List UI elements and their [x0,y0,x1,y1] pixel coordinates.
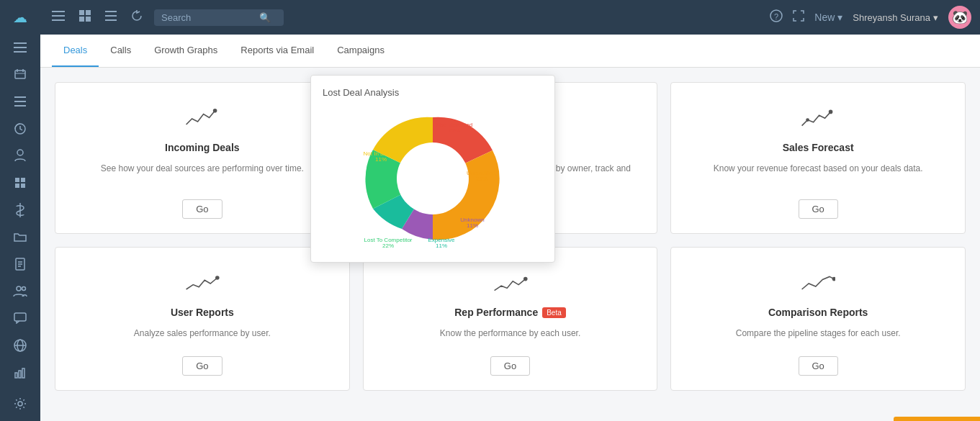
svg-rect-7 [14,96,26,98]
svg-rect-0 [14,42,27,44]
tab-reports-email[interactable]: Reports via Email [229,35,325,67]
nav-menu-icon[interactable] [49,8,68,27]
help-icon[interactable]: ? [770,9,783,25]
main-panel: 🔍 ? New ▾ Shreyansh Surana ▾ 🐼 Deals [40,0,980,421]
svg-rect-14 [15,184,19,188]
search-bar[interactable]: 🔍 [154,9,284,26]
sales-forecast-icon [801,104,835,133]
history-icon[interactable] [7,117,33,140]
incoming-deals-icon [185,104,220,133]
chart-icon[interactable] [7,361,33,384]
cards-row-2: User Reports Analyze sales performance b… [55,247,966,391]
document-icon[interactable] [7,253,33,276]
user-icon[interactable] [7,144,33,167]
user-reports-desc: Analyze sales performance by user. [134,327,271,345]
comparison-reports-card: Comparison Reports Compare the pipeline … [670,247,966,391]
tab-growth-graphs[interactable]: Growth Graphs [143,35,229,67]
search-icon: 🔍 [259,12,271,23]
donut-popup: Lost Deal Analysis [310,75,555,263]
comparison-reports-go-btn[interactable]: Go [799,356,838,376]
search-input[interactable] [161,12,255,23]
svg-rect-13 [21,178,25,182]
chat-icon[interactable] [7,307,33,330]
svg-rect-31 [52,11,65,12]
svg-rect-36 [79,17,84,22]
tab-calls[interactable]: Calls [99,35,143,67]
label-not-interested-pct: 22% [449,127,460,134]
donut-hole [397,142,469,214]
svg-rect-34 [79,10,84,15]
logo-icon[interactable]: ☁ [7,6,33,29]
comparison-reports-icon [801,269,835,298]
fullscreen-icon[interactable] [793,10,804,24]
user-reports-card: User Reports Analyze sales performance b… [55,247,350,391]
folder-icon[interactable] [7,225,33,248]
svg-rect-9 [14,105,26,107]
bottom-hint-bar [894,417,980,421]
user-reports-icon [185,269,220,298]
svg-point-22 [22,286,26,290]
svg-rect-37 [86,17,91,22]
nav-list-icon[interactable] [102,8,120,27]
tab-campaigns[interactable]: Campaigns [325,35,396,67]
svg-rect-3 [15,71,25,78]
svg-rect-23 [14,313,26,321]
svg-point-50 [523,278,526,281]
user-menu[interactable]: Shreyansh Surana ▾ [853,12,938,23]
incoming-deals-desc: See how your deal sources are performing… [101,162,304,188]
svg-point-48 [806,119,809,121]
svg-rect-27 [15,373,17,378]
settings-icon[interactable] [7,392,33,415]
rep-performance-go-btn[interactable]: Go [490,356,530,376]
user-reports-go-btn[interactable]: Go [182,356,222,376]
sales-forecast-card: Sales Forecast Know your revenue forecas… [670,82,966,234]
people-icon[interactable] [7,280,33,303]
rep-performance-card: Rep Performance Beta Know the performanc… [363,247,658,391]
calendar-icon[interactable] [7,63,33,86]
svg-rect-39 [105,15,117,17]
avatar[interactable]: 🐼 [948,6,971,29]
hamburger-icon[interactable] [7,36,33,59]
comparison-reports-desc: Compare the pipeline stages for each use… [736,327,901,345]
label-unqualified-pct: 22% [476,176,487,182]
comparison-reports-title: Comparison Reports [768,307,868,318]
donut-popup-title: Lost Deal Analysis [323,87,543,98]
label-expensive-pct: 11% [436,243,447,249]
incoming-deals-card: Incoming Deals See how your deal sources… [55,82,350,234]
grid-icon[interactable] [7,171,33,194]
svg-text:?: ? [774,12,778,21]
topnav: 🔍 ? New ▾ Shreyansh Surana ▾ 🐼 [40,0,980,35]
list-icon[interactable] [7,90,33,113]
svg-point-11 [17,150,23,155]
svg-point-49 [216,276,219,279]
tabs-bar: Deals Calls Growth Graphs Reports via Em… [40,35,980,68]
svg-rect-40 [105,19,117,21]
svg-rect-15 [21,184,25,188]
svg-point-51 [833,278,836,281]
svg-rect-28 [19,371,21,378]
new-button[interactable]: New ▾ [814,12,842,23]
nav-table-icon[interactable] [76,7,94,27]
incoming-deals-go-btn[interactable]: Go [182,199,222,219]
svg-rect-33 [52,19,65,21]
sales-forecast-go-btn[interactable]: Go [799,199,838,219]
dollar-icon[interactable] [7,199,33,222]
beta-badge: Beta [542,307,566,318]
tab-deals[interactable]: Deals [52,35,99,67]
svg-rect-8 [14,101,26,102]
label-lost-competitor-pct: 22% [382,243,394,249]
svg-rect-38 [105,11,117,12]
globe-icon[interactable] [7,334,33,357]
rep-performance-title: Rep Performance [454,307,538,318]
topnav-right: ? New ▾ Shreyansh Surana ▾ 🐼 [770,6,971,29]
nav-refresh-icon[interactable] [128,7,145,27]
rep-performance-icon [493,269,528,298]
label-unknown-pct: 11% [467,222,478,229]
svg-rect-12 [15,178,19,182]
svg-point-47 [830,110,832,113]
sidebar: ☁ [0,0,40,421]
sales-forecast-desc: Know your revenue forecast based on your… [714,162,923,188]
svg-rect-2 [14,51,27,53]
label-not-in-budget-pct: 11% [375,156,387,163]
svg-point-43 [213,109,216,112]
